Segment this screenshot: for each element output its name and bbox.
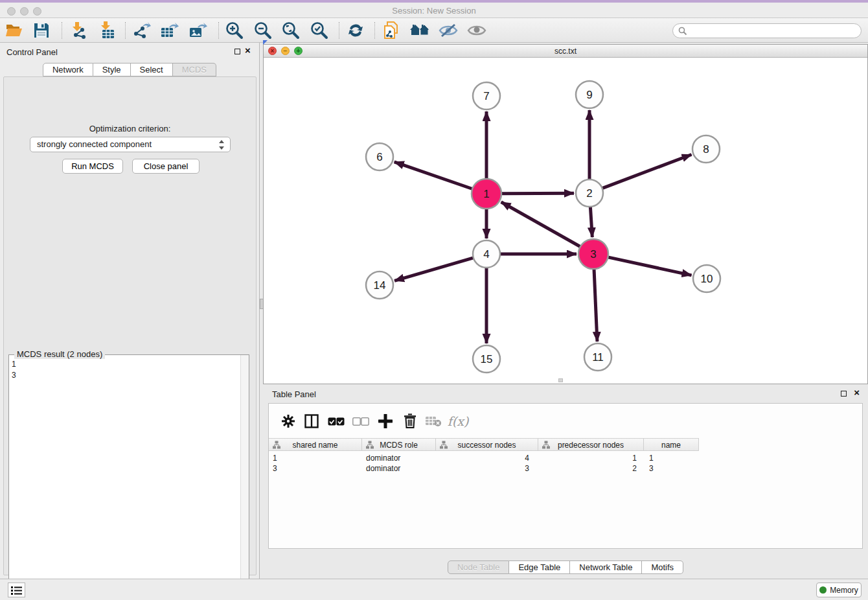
criterion-dropdown[interactable]: strongly connected component [30,137,231,152]
zoom-in-icon[interactable] [223,19,246,41]
trash-icon[interactable] [400,411,420,431]
window-resize-grip[interactable] [558,378,563,382]
zoom-fit-icon[interactable] [280,19,302,41]
cell-mcds-role: dominator [366,463,433,474]
graph-node-label: 1 [483,188,489,200]
columns-icon[interactable] [301,411,322,431]
clone-network-icon[interactable] [380,19,402,41]
import-network-icon[interactable] [68,19,90,41]
list-icon [11,586,22,595]
plus-icon[interactable] [375,411,396,431]
open-folder-icon[interactable] [3,19,25,41]
close-panel-button[interactable]: Close panel [132,159,200,174]
graph-node-label: 7 [483,90,489,102]
graph-node-label: 11 [592,351,604,363]
graph-node-label: 10 [701,273,713,285]
tab-network-table[interactable]: Network Table [570,560,642,574]
cell-predecessor-nodes: 2 [538,463,637,474]
graph-edge-2-3[interactable] [590,207,592,237]
graph-edge-3-11[interactable] [594,269,597,341]
toolbar-separator [125,22,126,39]
toolbar-separator [62,22,62,39]
graph-node-label: 2 [586,187,592,200]
toolbar-separator [339,22,339,39]
task-list-button[interactable] [8,583,25,597]
graph-node-label: 6 [376,151,382,163]
criterion-value: strongly connected component [37,139,152,149]
table-row[interactable]: 1 dominator 4 1 1 [269,453,863,463]
zoom-selected-icon[interactable] [308,19,330,41]
table-header-row: shared name MCDS role successor nodes pr… [269,438,699,451]
function-icon: f(x) [448,411,468,431]
result-scrollbar[interactable] [240,355,249,599]
tab-network[interactable]: Network [43,63,93,76]
table-panel: Table Panel × f(x) [263,386,868,575]
status-bar: Memory [0,579,868,600]
column-header-mcds-role[interactable]: MCDS role [362,439,436,451]
graph-edge-3-1[interactable] [501,202,580,247]
window-title: Session: New Session [0,6,868,16]
float-table-panel-icon[interactable] [841,391,847,397]
column-header-name[interactable]: name [644,439,699,451]
control-panel-title: Control Panel [6,47,58,57]
eye-icon[interactable] [466,19,488,41]
graph-node-label: 3 [590,248,596,260]
gear-icon[interactable] [278,411,299,431]
network-window-title: scc.txt [264,47,867,56]
search-box [672,23,862,38]
focus-corner-mark [263,40,268,45]
graph-edge-4-14[interactable] [394,258,474,281]
application-window: Session: New Session [0,0,868,600]
graph-edge-1-6[interactable] [394,162,473,189]
graph-node-label: 14 [374,279,386,292]
select-all-checked-icon[interactable] [326,411,347,431]
control-panel-tabs: Network Style Select MCDS [0,63,259,76]
cell-successor-nodes: 3 [436,463,529,474]
tab-mcds[interactable]: MCDS [173,63,216,76]
column-header-predecessor-nodes[interactable]: predecessor nodes [538,439,644,451]
close-panel-icon[interactable]: × [245,45,251,56]
graph-edge-1-2[interactable] [501,193,574,194]
refresh-icon[interactable] [345,19,367,41]
table-row[interactable]: 3 dominator 3 2 3 [269,463,863,474]
float-panel-icon[interactable] [234,49,240,54]
deselect-all-icon[interactable] [350,411,371,431]
graph-edge-2-8[interactable] [602,154,692,188]
eye-slash-icon[interactable] [437,19,459,41]
export-table-icon[interactable] [159,19,181,41]
tab-motifs[interactable]: Motifs [642,560,683,574]
tab-node-table[interactable]: Node Table [448,560,510,574]
graph-edge-3-10[interactable] [608,257,691,275]
delete-table-icon [423,411,444,431]
close-table-panel-icon[interactable]: × [854,387,860,398]
mcds-result-box: MCDS result (2 nodes) 1 3 [8,354,249,599]
memory-status-dot [819,586,827,594]
toolbar-separator [374,22,375,39]
node-table-container: f(x) shared name MCDS role successor nod… [268,403,863,549]
network-window-titlebar[interactable]: × − + scc.txt [264,45,867,58]
cell-shared-name: 1 [273,453,360,463]
search-icon [678,27,687,36]
tab-style[interactable]: Style [93,63,131,76]
mcds-result-list: 1 3 [12,359,16,381]
tab-edge-table[interactable]: Edge Table [509,560,570,574]
cell-shared-name: 3 [273,463,360,474]
cell-predecessor-nodes: 1 [538,453,637,463]
memory-label: Memory [830,586,858,595]
graph-node-label: 9 [586,89,592,101]
export-network-icon[interactable] [131,19,153,41]
import-table-icon[interactable] [97,19,119,41]
network-graph-canvas[interactable]: 7968124314101511 [264,58,867,384]
run-mcds-button[interactable]: Run MCDS [62,159,123,174]
mcds-panel-body: Optimization criterion: strongly connect… [3,76,257,575]
houses-icon[interactable] [409,19,431,41]
memory-button[interactable]: Memory [816,583,862,597]
column-header-shared-name[interactable]: shared name [269,439,362,451]
save-floppy-icon[interactable] [30,19,52,41]
search-input[interactable] [690,25,855,37]
zoom-out-icon[interactable] [252,19,274,41]
export-image-icon[interactable] [187,19,209,41]
column-header-successor-nodes[interactable]: successor nodes [436,439,538,451]
optimization-criterion-label: Optimization criterion: [4,124,256,133]
tab-select[interactable]: Select [131,63,173,76]
